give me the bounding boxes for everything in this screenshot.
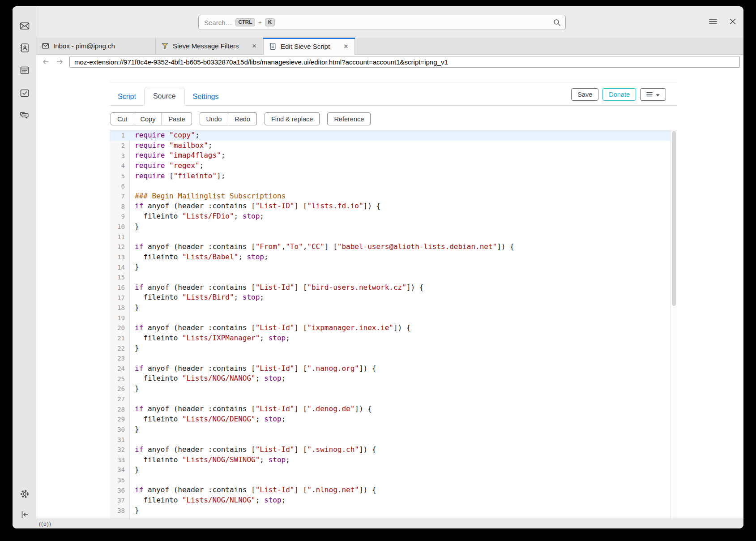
editor-scrollbar[interactable] [671,130,677,519]
line-number: 16 [110,284,130,291]
code-row: 15 [110,272,670,283]
editor-menu-button[interactable] [640,88,666,101]
code-row: 11 [110,232,670,242]
code-editor[interactable]: 1require "copy";2require "mailbox";3requ… [110,130,677,519]
tab-close-icon[interactable]: × [343,43,349,50]
space-mail-space-button[interactable] [19,21,30,33]
line-number: 22 [110,345,130,352]
code-row: 12if anyof (header :contains ["From","To… [110,242,670,252]
code-area: 1require "copy";2require "mailbox";3requ… [110,130,670,519]
code-row: 4require "regex"; [110,161,670,171]
line-number: 8 [110,203,130,210]
space-settings-gear-button[interactable] [19,489,30,501]
reference-button[interactable]: Reference [327,112,371,125]
save-button[interactable]: Save [571,88,598,101]
url-bar[interactable]: moz-extension://971f8c4e-9352-4bf1-b605-… [69,56,740,68]
code-row: 29 fileinto "Lists/NOG/DENOG"; stop; [110,414,670,425]
calendar-space-icon [19,65,30,77]
line-number: 25 [110,375,130,382]
line-number: 32 [110,446,130,453]
search-bar[interactable]: Search… CTRL + K [198,15,566,30]
shortcut-plus: + [258,19,262,26]
window-close-icon[interactable] [728,17,737,26]
cut-button[interactable]: Cut [111,112,134,125]
line-number: 26 [110,385,130,392]
tab-bar: Inbox - pim@ipng.chSieve Message Filters… [36,38,743,55]
line-number: 13 [110,253,130,261]
code-row: 30} [110,425,670,435]
settings-gear-icon [19,489,30,501]
shortcut-key-ctrl: CTRL [235,18,256,26]
line-number: 33 [110,456,130,464]
app-menu-icon[interactable] [709,17,718,26]
code-line: fileinto "Lists/Babel"; stop; [130,252,269,262]
funnel-icon [161,42,169,50]
editor-tab-row: ScriptSourceSettings Save Donate [110,85,677,106]
code-line: require "mailbox"; [130,141,212,151]
tab-edit-sieve-script[interactable]: Edit Sieve Script× [263,38,355,55]
tab-label: Edit Sieve Script [281,43,339,50]
line-number: 18 [110,304,130,311]
code-row: 34} [110,465,670,475]
document-icon [269,43,277,50]
space-chat-space-button[interactable] [19,111,30,122]
code-line: require ["fileinto"]; [130,171,225,181]
space-collapse-spaces-button[interactable] [19,510,30,521]
code-row: 26} [110,384,670,394]
line-number: 4 [110,162,130,169]
code-line: fileinto "Lists/IXPManager"; stop; [130,333,290,343]
copy-button[interactable]: Copy [134,112,162,125]
code-line: fileinto "Lists/NOG/SWINOG"; stop; [130,455,290,465]
line-number: 10 [110,223,130,230]
undo-button[interactable]: Undo [200,112,229,125]
code-line: fileinto "Lists/NOG/NANOG"; stop; [130,374,286,384]
line-number: 23 [110,355,130,362]
code-line: if anyof (header :contains ["List-Id"] [… [130,283,423,293]
editor-tab-source[interactable]: Source [144,87,185,106]
code-line: if anyof (header :contains ["List-Id"] [… [130,404,372,414]
code-line: } [130,222,139,232]
code-row: 24if anyof (header :contains ["List-Id"]… [110,364,670,374]
paste-button[interactable]: Paste [162,112,192,125]
line-number: 2 [110,142,130,149]
code-row: 37 fileinto "Lists/NOG/NLNOG"; stop; [110,495,670,506]
back-arrow-icon[interactable] [42,58,50,66]
code-line: } [130,262,139,272]
tab-inbox-pim-ipng-ch[interactable]: Inbox - pim@ipng.ch [36,38,156,54]
search-icon [553,18,561,28]
code-line: if anyof (header :contains ["From","To",… [130,242,514,252]
find-replace-button[interactable]: Find & replace [265,112,320,125]
line-number: 36 [110,487,130,494]
line-number: 31 [110,436,130,443]
code-row: 25 fileinto "Lists/NOG/NANOG"; stop; [110,374,670,384]
forward-arrow-icon[interactable] [56,58,64,66]
code-row: 10} [110,222,670,232]
tasks-space-icon [19,88,30,100]
redo-button[interactable]: Redo [228,112,257,125]
space-tasks-space-button[interactable] [19,88,30,100]
code-line: if anyof (header :contains ["List-Id"] [… [130,445,376,455]
line-number: 5 [110,172,130,180]
network-status-icon: ((o)) [39,521,51,527]
code-row: 8if anyof (header :contains ["List-ID"] … [110,201,670,211]
code-row: 33 fileinto "Lists/NOG/SWINOG"; stop; [110,455,670,465]
code-row: 31 [110,434,670,445]
caret-down-icon [656,91,660,98]
line-number: 17 [110,294,130,301]
top-divider [110,82,677,82]
editor-tab-settings[interactable]: Settings [185,88,227,106]
space-address-book-space-button[interactable] [19,43,30,55]
code-row: 1require "copy"; [110,130,670,141]
donate-button[interactable]: Donate [602,88,636,101]
code-line: } [130,506,139,516]
code-row: 27 [110,394,670,404]
location-bar-row: moz-extension://971f8c4e-9352-4bf1-b605-… [36,55,743,69]
code-line: } [130,465,139,475]
space-calendar-space-button[interactable] [19,65,30,77]
line-number: 30 [110,426,130,433]
tab-close-icon[interactable]: × [251,42,257,50]
editor-tab-script[interactable]: Script [110,88,144,106]
tab-label: Inbox - pim@ipng.ch [53,42,150,50]
scrollbar-thumb[interactable] [672,131,676,306]
tab-sieve-message-filters[interactable]: Sieve Message Filters× [156,38,263,54]
